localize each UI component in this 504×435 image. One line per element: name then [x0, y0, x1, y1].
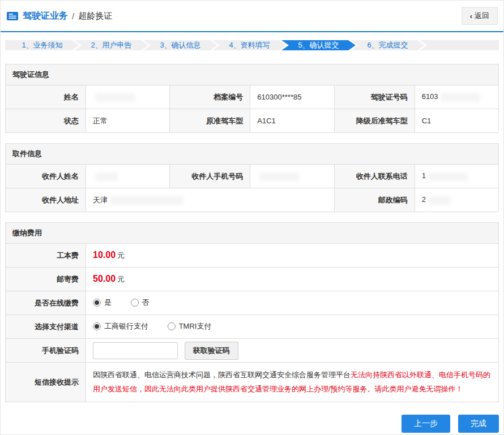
recipient-mobile-label: 收件人手机号码 [170, 165, 250, 188]
postal-code-label: 邮政编码 [334, 188, 415, 212]
redacted-value [95, 93, 135, 102]
radio-checked-icon [93, 322, 101, 330]
step-tab-5-active[interactable]: 5、确认提交 [281, 40, 356, 50]
step-tabs: 1、业务须知 2、用户申告 3、确认信息 4、资料填写 5、确认提交 6、完成提… [5, 40, 499, 50]
table-row: 短信接收提示 因陕西省联通、电信运营商技术问题，陕西省互联网交通安全综合服务管理… [6, 363, 499, 402]
page: 驾驶证业务 / 超龄换证 ‹ 返回 1、业务须知 2、用户申告 3、确认信息 4… [0, 0, 504, 435]
business-title: 驾驶证业务 [23, 10, 68, 22]
sms-tip-black-text: 因陕西省联通、电信运营商技术问题，陕西省互联网交通安全综合服务管理平台 [93, 371, 351, 379]
radio-unchecked-icon [131, 299, 139, 307]
payment-section: 缴纳费用 工本费 10.00元 邮寄费 50.00元 是否在线缴费 是 否 选择… [5, 222, 499, 402]
status-value: 正常 [86, 109, 170, 133]
fee-unit: 元 [117, 275, 125, 283]
table-row: 状态 正常 原准驾车型 A1C1 降级后准驾车型 C1 [6, 109, 499, 133]
production-fee-value: 10.00元 [86, 244, 499, 268]
fee-amount: 10.00 [93, 250, 116, 260]
table-row: 是否在线缴费 是 否 [6, 291, 499, 315]
redacted-value [428, 196, 451, 205]
finish-button[interactable]: 完成 [458, 415, 499, 433]
payment-table: 工本费 10.00元 邮寄费 50.00元 是否在线缴费 是 否 选择支付渠道 … [5, 243, 499, 402]
recipient-phone-value: 1 [415, 165, 498, 188]
recipient-mobile-value [250, 165, 334, 188]
section-title-pickup-info: 取件信息 [5, 143, 499, 164]
step-tabs-filler [420, 40, 499, 50]
postage-fee-value: 50.00元 [86, 268, 499, 291]
fee-unit: 元 [117, 251, 125, 260]
radio-unchecked-icon [168, 322, 176, 330]
radio-label: 否 [142, 298, 150, 308]
postage-fee-label: 邮寄费 [6, 268, 86, 291]
license-no-label: 驾驶证号码 [334, 85, 415, 109]
radio-label: 工商银行支付 [104, 321, 148, 331]
online-pay-label: 是否在线缴费 [6, 291, 86, 315]
postal-code-value: 2 [415, 188, 498, 212]
table-row: 姓名 档案编号 610300****85 驾驶证号码 6103 [6, 85, 499, 109]
step-tab-1[interactable]: 1、业务须知 [5, 40, 79, 50]
orig-class-label: 原准驾车型 [170, 109, 250, 133]
redacted-value [110, 196, 183, 205]
name-label: 姓名 [6, 85, 86, 109]
section-title-license-info: 驾驶证信息 [5, 64, 499, 85]
form-icon [6, 11, 19, 21]
redacted-value [95, 173, 118, 181]
sms-tip-label: 短信接收提示 [6, 363, 86, 402]
license-info-table: 姓名 档案编号 610300****85 驾驶证号码 6103 状态 正常 原准… [5, 85, 499, 133]
table-row: 选择支付渠道 工商银行支付 TMRI支付 [6, 315, 499, 339]
redacted-value [428, 173, 468, 181]
table-row: 工本费 10.00元 [6, 244, 499, 268]
radio-online-yes[interactable]: 是 [93, 298, 112, 308]
radio-checked-icon [93, 299, 101, 307]
radio-online-no[interactable]: 否 [131, 298, 150, 308]
radio-channel-tmri[interactable]: TMRI支付 [168, 321, 212, 331]
back-button[interactable]: ‹ 返回 [462, 7, 498, 25]
footer-actions: 上一步 完成 [5, 415, 499, 433]
sms-code-row: 获取验证码 [86, 339, 499, 363]
table-row: 邮寄费 50.00元 [6, 268, 499, 291]
prev-step-button[interactable]: 上一步 [402, 415, 450, 433]
table-row: 收件人姓名 收件人手机号码 收件人联系电话 1 [6, 165, 499, 188]
recipient-name-label: 收件人姓名 [6, 165, 86, 188]
redacted-value [441, 93, 480, 102]
step-tab-3[interactable]: 3、确认信息 [143, 40, 217, 50]
sms-tip-text: 因陕西省联通、电信运营商技术问题，陕西省互联网交通安全综合服务管理平台无法向持陕… [86, 363, 499, 402]
license-info-section: 驾驶证信息 姓名 档案编号 610300****85 驾驶证号码 6103 状态… [5, 64, 499, 133]
page-title: 驾驶证业务 / 超龄换证 [6, 10, 112, 22]
table-row: 收件人地址 天津 邮政编码 2 [6, 188, 499, 212]
orig-class-value: A1C1 [250, 109, 334, 133]
name-value [86, 85, 170, 109]
back-label: 返回 [475, 11, 489, 21]
production-fee-label: 工本费 [6, 244, 86, 268]
section-title-payment: 缴纳费用 [5, 222, 499, 243]
title-separator: / [72, 11, 74, 21]
radio-label: 是 [104, 298, 112, 308]
license-no-value: 6103 [415, 85, 498, 109]
recipient-name-value [86, 165, 170, 188]
status-label: 状态 [6, 109, 86, 133]
file-no-value: 610300****85 [250, 85, 334, 109]
downgrade-class-value: C1 [415, 109, 498, 133]
radio-label: TMRI支付 [179, 321, 212, 331]
recipient-phone-label: 收件人联系电话 [334, 165, 415, 188]
chevron-left-icon: ‹ [470, 12, 472, 20]
table-row: 手机验证码 获取验证码 [6, 339, 499, 363]
sms-code-input[interactable] [93, 342, 178, 359]
redacted-value [259, 173, 299, 181]
pickup-info-section: 取件信息 收件人姓名 收件人手机号码 收件人联系电话 1 收件人地址 天津 邮政… [5, 143, 499, 212]
sms-code-label: 手机验证码 [6, 339, 86, 363]
pay-channel-options: 工商银行支付 TMRI支付 [86, 315, 499, 339]
header: 驾驶证业务 / 超龄换证 ‹ 返回 [1, 1, 503, 32]
downgrade-class-label: 降级后准驾车型 [334, 109, 415, 133]
recipient-address-label: 收件人地址 [6, 188, 86, 212]
get-code-button[interactable]: 获取验证码 [185, 342, 238, 360]
pay-channel-label: 选择支付渠道 [6, 315, 86, 339]
pickup-info-table: 收件人姓名 收件人手机号码 收件人联系电话 1 收件人地址 天津 邮政编码 2 [5, 164, 499, 212]
file-no-label: 档案编号 [170, 85, 250, 109]
step-tab-4[interactable]: 4、资料填写 [212, 40, 287, 50]
fee-amount: 50.00 [93, 274, 116, 283]
step-tab-2[interactable]: 2、用户申告 [74, 40, 148, 50]
radio-channel-icbc[interactable]: 工商银行支付 [93, 321, 148, 331]
subpage-title: 超龄换证 [78, 11, 112, 21]
online-pay-options: 是 否 [86, 291, 499, 315]
step-tab-6[interactable]: 6、完成提交 [351, 40, 425, 50]
recipient-address-value: 天津 [86, 188, 335, 212]
